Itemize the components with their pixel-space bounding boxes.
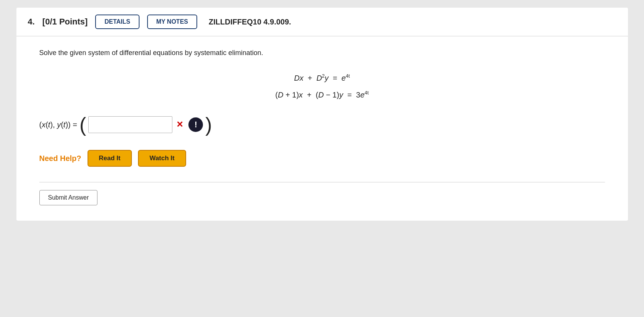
answer-label: (x(t), y(t)) =: [39, 120, 77, 129]
x-mark-icon: ✕: [176, 120, 183, 130]
problem-statement: Solve the given system of differential e…: [39, 48, 605, 58]
problem-code: ZILLDIFFEQ10 4.9.009.: [209, 18, 291, 26]
submit-button[interactable]: Submit Answer: [39, 190, 98, 205]
need-help-label: Need Help?: [39, 154, 81, 163]
paren-right: ): [205, 115, 212, 135]
read-it-button[interactable]: Read It: [88, 150, 132, 167]
submit-row: Submit Answer: [39, 182, 605, 205]
need-help-row: Need Help? Read It Watch It: [39, 150, 605, 167]
points-label: [0/1 Points]: [42, 17, 88, 27]
equations-block: Dx + D2y = e4t (D + 1)x + (D − 1)y = 3e4…: [39, 70, 605, 103]
equation1: Dx + D2y = e4t: [39, 70, 605, 86]
question-number: 4.: [28, 17, 35, 27]
equation2: (D + 1)x + (D − 1)y = 3e4t: [39, 86, 605, 103]
info-icon[interactable]: !: [188, 117, 203, 132]
question-header: 4. [0/1 Points] DETAILS MY NOTES ZILLDIF…: [16, 8, 628, 36]
details-button[interactable]: DETAILS: [95, 15, 139, 29]
page-container: 4. [0/1 Points] DETAILS MY NOTES ZILLDIF…: [16, 8, 628, 221]
answer-row: (x(t), y(t)) = ( ✕ ! ): [39, 115, 605, 135]
question-body: Solve the given system of differential e…: [16, 36, 628, 221]
answer-input[interactable]: [88, 116, 172, 133]
watch-it-button[interactable]: Watch It: [138, 150, 186, 167]
paren-left: (: [79, 115, 86, 135]
notes-button[interactable]: MY NOTES: [147, 15, 197, 29]
